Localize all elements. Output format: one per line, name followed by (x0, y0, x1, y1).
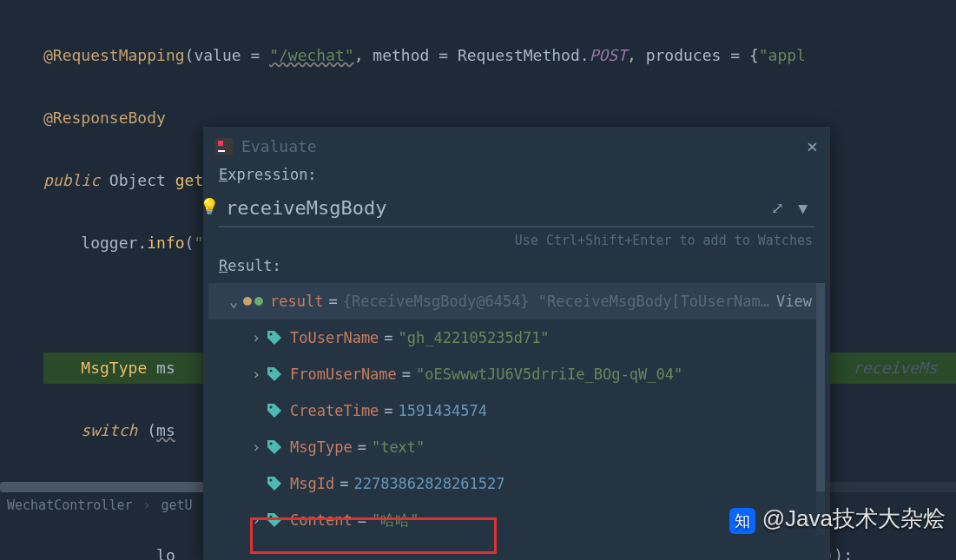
chevron-right-icon[interactable]: › (247, 366, 266, 383)
tree-root-row[interactable]: ⌄ result = {ReceiveMsgBody@6454} "Receiv… (208, 283, 825, 320)
scrollbar-thumb[interactable] (816, 283, 825, 491)
tag-icon (266, 329, 283, 346)
svg-point-6 (270, 443, 273, 445)
tag-icon (266, 366, 283, 383)
chevron-right-icon[interactable]: › (247, 329, 266, 346)
chevron-down-icon[interactable]: ⌄ (224, 293, 243, 310)
breadcrumb-item[interactable]: getU (162, 497, 193, 513)
expression-input-wrapper: 💡 receiveMsgBody ⤢ ▼ (219, 194, 814, 227)
lightbulb-icon[interactable]: 💡 (200, 197, 219, 215)
field-value: "text" (372, 438, 425, 456)
field-value: "oESwwwtJU6V5drriIe_BOg-qW_04" (416, 366, 682, 383)
expression-label: EExpression:xpression: (203, 161, 830, 188)
evaluate-popup: Evaluate × EExpression:xpression: 💡 rece… (203, 127, 830, 560)
field-value: 1591434574 (399, 402, 487, 419)
chevron-down-icon[interactable]: ▼ (798, 199, 808, 217)
field-name: MsgId (290, 475, 334, 492)
svg-point-7 (270, 479, 273, 482)
watermark: 知@Java技术大杂烩 (729, 504, 946, 534)
field-name: result (270, 293, 323, 310)
field-value: "哈哈" (372, 511, 419, 530)
tree-row[interactable]: CreateTime = 1591434574 (208, 392, 825, 429)
object-icon (243, 297, 263, 306)
popup-title: Evaluate (241, 137, 317, 155)
expression-input[interactable]: receiveMsgBody (226, 197, 771, 219)
tree-row[interactable]: › ToUserName = "gh_422105235d71" (208, 320, 825, 356)
tree-row[interactable]: MsgId = 22783862828261527 (208, 465, 825, 502)
tag-icon (266, 511, 283, 529)
chevron-right-icon: › (143, 497, 151, 513)
svg-point-4 (270, 370, 273, 372)
intellij-icon (215, 138, 233, 155)
annotation: @RequestMapping (43, 46, 185, 64)
breadcrumb-item[interactable]: WechatController (7, 497, 133, 513)
hint-text: Use Ctrl+Shift+Enter to add to Watches (203, 229, 830, 252)
tree-row[interactable]: › FromUserName = "oESwwwtJU6V5drriIe_BOg… (208, 356, 825, 392)
svg-point-3 (270, 333, 273, 336)
svg-point-5 (270, 406, 273, 409)
zhihu-icon: 知 (729, 508, 755, 534)
field-name: CreateTime (290, 402, 379, 419)
chevron-right-icon[interactable]: › (247, 438, 266, 456)
expand-icon[interactable]: ⤢ (771, 199, 784, 217)
chevron-right-icon[interactable]: › (247, 511, 266, 529)
popup-header: Evaluate × (203, 127, 830, 161)
field-value: 22783862828261527 (353, 475, 504, 492)
field-name: ToUserName (290, 329, 379, 346)
field-name: Content (290, 511, 353, 529)
field-name: MsgType (290, 438, 353, 456)
result-tree[interactable]: ⌄ result = {ReceiveMsgBody@6454} "Receiv… (208, 283, 825, 535)
vertical-scrollbar[interactable] (816, 283, 825, 535)
close-icon[interactable]: × (807, 135, 818, 157)
tag-icon (266, 402, 283, 419)
field-name: FromUserName (290, 366, 397, 383)
result-label: Result: (203, 252, 830, 280)
tag-icon (266, 475, 283, 492)
field-value: "gh_422105235d71" (399, 329, 550, 346)
scrollbar-thumb[interactable] (0, 482, 208, 492)
tag-icon (266, 438, 283, 456)
annotation: @ResponseBody (43, 109, 166, 127)
svg-point-8 (270, 516, 273, 518)
tree-row[interactable]: › MsgType = "text" (208, 429, 825, 465)
svg-rect-1 (218, 141, 223, 146)
view-link[interactable]: View (776, 293, 812, 310)
field-value: {ReceiveMsgBody@6454} "ReceiveMsgBody[To… (343, 293, 769, 310)
svg-rect-2 (218, 150, 225, 152)
